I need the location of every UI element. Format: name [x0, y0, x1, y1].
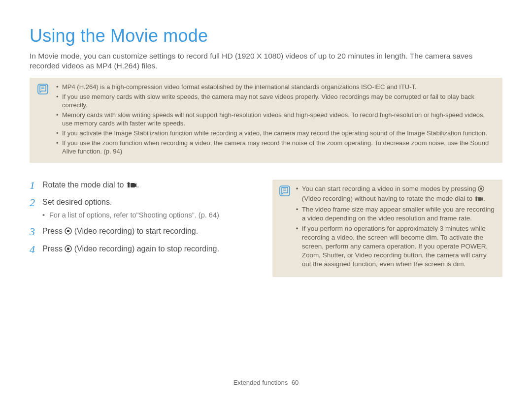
step-sublist: For a list of options, refer to"Shooting…: [42, 211, 257, 220]
step-text: Set desired options.: [42, 198, 112, 206]
note-item: If you perform no operations for approxi…: [296, 224, 496, 269]
svg-point-8: [67, 247, 69, 250]
step-text: Press: [42, 245, 65, 253]
note-item: You can start recording a video in some …: [296, 185, 496, 204]
step-1: 1 Rotate the mode dial to .: [30, 180, 257, 191]
note-item: Memory cards with slow writing speeds wi…: [56, 111, 495, 128]
step-number: 3: [30, 226, 42, 237]
note-item: If you use the zoom function when record…: [56, 139, 495, 156]
movie-mode-icon: [474, 195, 483, 204]
intro-paragraph: In Movie mode, you can customize setting…: [30, 51, 502, 71]
svg-rect-14: [478, 197, 481, 201]
step-number: 1: [30, 180, 42, 191]
note-box-side: You can start recording a video in some …: [272, 180, 502, 277]
record-button-icon: [478, 185, 484, 194]
step-body: Rotate the mode dial to .: [42, 180, 257, 191]
page-title: Using the Movie mode: [30, 26, 502, 46]
note-text: (Video recording) without having to rota…: [302, 195, 474, 202]
step-3: 3 Press (Video recording) to start recor…: [30, 226, 257, 238]
note-text: You can start recording a video in some …: [302, 185, 478, 192]
step-text-mid: (Video recording) to start recording.: [72, 227, 198, 235]
note-item: If you use memory cards with slow write …: [56, 93, 495, 110]
movie-mode-icon: [126, 181, 137, 191]
footer-page-number: 60: [292, 379, 299, 386]
note-item: The video frame size may appear smaller …: [296, 205, 496, 223]
step-number: 2: [30, 197, 42, 208]
step-4: 4 Press (Video recording) again to stop …: [30, 244, 257, 255]
two-column-layout: 1 Rotate the mode dial to . 2 Set desire…: [30, 180, 502, 277]
step-2: 2 Set desired options. For a list of opt…: [30, 197, 257, 220]
steps-list: 1 Rotate the mode dial to . 2 Set desire…: [30, 180, 257, 255]
steps-column: 1 Rotate the mode dial to . 2 Set desire…: [30, 180, 257, 277]
record-button-icon: [65, 227, 72, 238]
step-number: 4: [30, 244, 42, 255]
record-button-icon: [65, 245, 72, 255]
step-sub-item: For a list of options, refer to"Shooting…: [42, 211, 257, 220]
step-text-post: .: [137, 181, 139, 189]
step-body: Press (Video recording) again to stop re…: [42, 244, 257, 255]
step-body: Press (Video recording) to start recordi…: [42, 226, 257, 238]
note-item: If you activate the Image Stabilization …: [56, 129, 495, 138]
step-text-mid: (Video recording) again to stop recordin…: [72, 245, 219, 253]
page-content: Using the Movie mode In Movie mode, you …: [0, 0, 532, 277]
svg-point-13: [480, 187, 482, 190]
note-item: MP4 (H.264) is a high-compression video …: [56, 83, 495, 92]
note-icon: [37, 84, 48, 94]
note-list-side: You can start recording a video in some …: [296, 185, 496, 270]
side-note-column: You can start recording a video in some …: [272, 180, 502, 277]
svg-point-6: [67, 230, 69, 232]
note-text: .: [483, 195, 485, 202]
step-text: Press: [42, 227, 65, 235]
step-text: Rotate the mode dial to: [42, 181, 126, 189]
note-list-top: MP4 (H.264) is a high-compression video …: [56, 83, 495, 156]
page-footer: Extended functions 60: [0, 379, 532, 386]
note-icon: [279, 185, 290, 196]
footer-section: Extended functions: [233, 379, 288, 386]
note-box-top: MP4 (H.264) is a high-compression video …: [30, 78, 502, 162]
step-body: Set desired options. For a list of optio…: [42, 197, 257, 220]
